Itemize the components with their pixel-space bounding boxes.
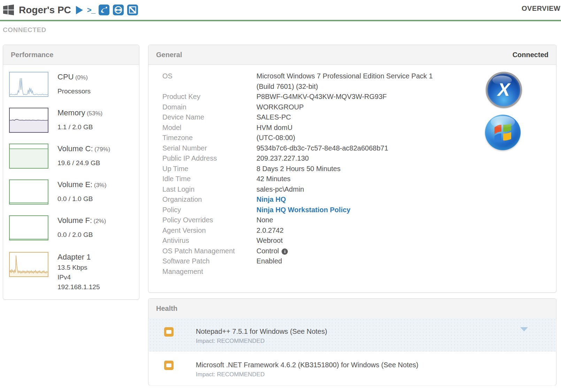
volume-e-percent: (3%)	[94, 182, 107, 189]
general-row-policy-overrides: Policy Overrides None	[148, 215, 556, 225]
device-header: Roger's PC >_	[0, 0, 561, 20]
volume-c-metric-row[interactable]: Volume C: (79%) 19.6 / 24.9 GB	[9, 144, 110, 169]
volume-c-fill-chart[interactable]	[9, 144, 48, 169]
adapter-metric-row[interactable]: Adapter 1 13.5 Kbps IPv4 192.168.1.125	[9, 252, 100, 291]
patch-icon	[164, 327, 174, 337]
cpu-percent: (0%)	[75, 74, 88, 81]
adapter-ip: 192.168.1.125	[57, 283, 100, 291]
adapter-speed: 13.5 Kbps	[57, 264, 100, 271]
volume-e-fill-chart[interactable]	[9, 179, 48, 205]
general-panel: General Connected OS Microsoft Windows 7…	[148, 45, 556, 293]
volume-f-metric-row[interactable]: Volume F: (2%) 0.0 / 2.0 GB	[9, 215, 106, 240]
teamviewer-icon[interactable]	[113, 5, 124, 15]
general-row-organization: Organization Ninja HQ	[148, 194, 556, 205]
cpu-sub-label: Processors	[57, 87, 91, 95]
cpu-sparkline-chart[interactable]	[9, 72, 48, 97]
cpu-metric-row[interactable]: CPU (0%) Processors	[9, 72, 91, 97]
info-icon[interactable]: i	[282, 248, 288, 255]
volume-c-percent: (79%)	[94, 146, 110, 153]
general-connection-status: Connected	[513, 51, 548, 59]
health-title: Health	[156, 305, 177, 313]
volume-c-usage: 19.6 / 24.9 GB	[57, 159, 110, 167]
memory-percent: (53%)	[87, 110, 102, 117]
general-row-last-login: Last Login sales-pc\Admin	[148, 184, 556, 195]
memory-usage: 1.1 / 2.0 GB	[57, 123, 102, 131]
device-name-title: Roger's PC	[19, 5, 71, 16]
health-panel: Health Notepad++ 7.5.1 for Windows (See …	[148, 298, 556, 385]
general-panel-header: General Connected	[148, 45, 556, 65]
volume-f-percent: (2%)	[94, 218, 106, 224]
volume-e-metric-row[interactable]: Volume E: (3%) 0.0 / 1.0 GB	[9, 179, 107, 205]
health-item-impact: Impact: RECOMMENDED	[196, 371, 556, 378]
volume-f-label: Volume F:	[57, 216, 92, 225]
performance-title: Performance	[11, 51, 53, 59]
remote-tool-icon[interactable]	[127, 5, 138, 15]
performance-panel-header: Performance	[3, 45, 139, 65]
health-item-title: Notepad++ 7.5.1 for Windows (See Notes)	[196, 327, 556, 336]
header-divider	[0, 20, 561, 21]
health-item-dotnet[interactable]: Microsoft .NET Framework 4.6.2 (KB315180…	[149, 352, 556, 385]
patch-icon	[164, 361, 174, 370]
volume-f-usage: 0.0 / 2.0 GB	[57, 231, 106, 239]
windows-logo-icon	[3, 4, 14, 16]
splashtop-remote-icon[interactable]	[99, 5, 109, 15]
organization-link[interactable]: Ninja HQ	[256, 195, 286, 203]
general-row-agent-version: Agent Version 2.0.2742	[148, 225, 556, 236]
memory-label: Memory	[57, 108, 85, 117]
health-item-title: Microsoft .NET Framework 4.6.2 (KB315180…	[196, 361, 556, 369]
general-row-idle-time: Idle Time 42 Minutes	[148, 174, 556, 184]
health-item-impact: Impact: RECOMMENDED	[196, 338, 556, 345]
adapter-sparkline-chart[interactable]	[9, 252, 48, 277]
connection-status: CONNECTED	[3, 26, 46, 34]
cpu-label: CPU	[57, 72, 74, 81]
memory-area-chart[interactable]	[9, 108, 48, 133]
general-row-public-ip: Public IP Address 209.237.227.130	[148, 153, 556, 164]
adapter-protocol: IPv4	[57, 274, 100, 281]
tab-overview[interactable]: OVERVIEW	[522, 5, 560, 13]
volume-e-label: Volume E:	[57, 180, 92, 189]
volume-c-label: Volume C:	[57, 144, 93, 153]
general-row-software-patch-management: Software Patch Management Enabled	[148, 256, 556, 267]
chevron-down-icon[interactable]	[520, 327, 528, 331]
volume-f-fill-chart[interactable]	[9, 215, 48, 240]
general-title: General	[156, 51, 182, 59]
memory-metric-row[interactable]: Memory (53%) 1.1 / 2.0 GB	[9, 108, 102, 133]
xen-hypervisor-icon: X	[486, 72, 522, 108]
run-script-icon[interactable]	[76, 6, 83, 14]
adapter-label: Adapter 1	[57, 253, 100, 262]
volume-e-usage: 0.0 / 1.0 GB	[57, 195, 107, 203]
performance-panel: Performance CPU (0%) Processors Memory (…	[3, 45, 139, 300]
windows7-os-icon	[485, 115, 521, 150]
terminal-icon[interactable]: >_	[87, 6, 95, 14]
general-row-antivirus: Antivirus Webroot	[148, 236, 556, 246]
general-row-os-patch-management: OS Patch Management Controli	[148, 246, 556, 256]
policy-link[interactable]: Ninja HQ Workstation Policy	[256, 206, 351, 214]
general-row-up-time: Up Time 8 Days 2 Hours 50 Minutes	[148, 164, 556, 174]
general-row-policy: Policy Ninja HQ Workstation Policy	[148, 205, 556, 215]
health-item-notepad[interactable]: Notepad++ 7.5.1 for Windows (See Notes) …	[149, 318, 556, 352]
health-panel-header: Health	[148, 299, 556, 318]
